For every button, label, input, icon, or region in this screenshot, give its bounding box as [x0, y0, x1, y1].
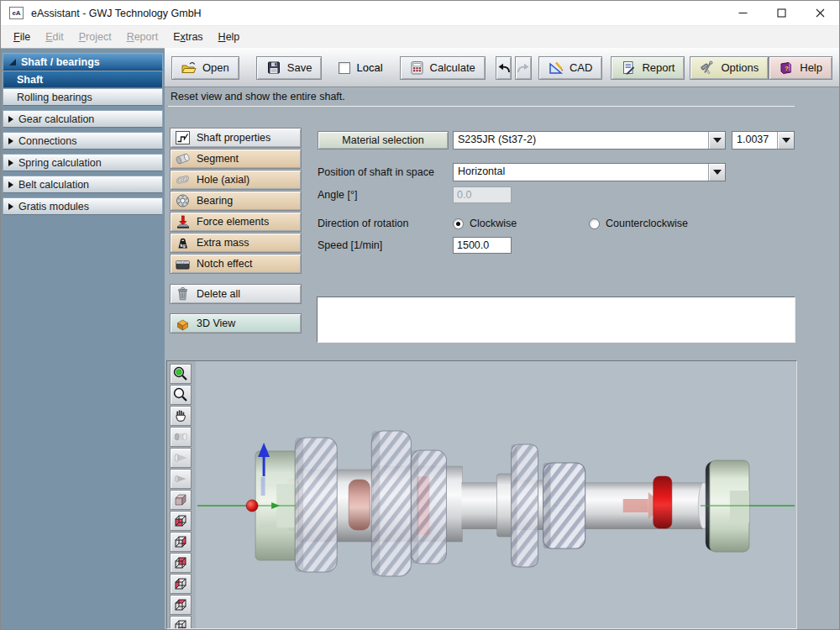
menu-file[interactable]: File — [6, 29, 38, 45]
cone-view-left-icon[interactable] — [170, 469, 192, 489]
help-book-icon: ? — [779, 60, 794, 75]
sidebar: Shaft / bearings Shaft Rolling bearings … — [1, 49, 165, 629]
collapsed-icon — [8, 138, 13, 144]
material-combobox[interactable]: S235JR (St37-2) — [453, 131, 726, 150]
redo-button — [515, 56, 532, 80]
clockwise-option[interactable]: Clockwise — [453, 218, 517, 229]
hole-axial-icon — [175, 172, 191, 187]
open-folder-icon — [181, 60, 197, 75]
report-icon — [621, 60, 636, 75]
app-icon: eA — [9, 7, 24, 19]
view-bottom-icon[interactable] — [170, 616, 192, 628]
force-arrow-icon — [175, 214, 191, 229]
sidebar-item-shaft[interactable]: Shaft — [3, 71, 163, 88]
material-selection-button[interactable]: Material selection — [318, 131, 449, 150]
calculator-icon — [410, 60, 424, 75]
speed-label: Speed [1/min] — [318, 239, 453, 251]
material-dropdown-button[interactable] — [708, 132, 725, 149]
maximize-button[interactable] — [762, 1, 801, 25]
local-checkbox[interactable] — [339, 62, 350, 74]
tool-panel: Shaft properties Segment Hole (axial) Be… — [170, 128, 302, 334]
sidebar-item-gear-calculation[interactable]: Gear calculation — [3, 110, 163, 128]
counterclockwise-radio[interactable] — [589, 218, 600, 229]
help-button[interactable]: ? Help — [769, 56, 832, 80]
status-text: Reset view and show the entire shaft. — [171, 91, 345, 102]
view-top-icon[interactable] — [170, 595, 192, 615]
menubar: File Edit Project Report Extras Help — [1, 26, 839, 48]
chevron-down-icon — [713, 170, 722, 175]
local-checkbox-group: Local — [339, 61, 382, 74]
3d-viewer — [166, 360, 797, 629]
calculate-button[interactable]: Calculate — [400, 56, 486, 80]
expanded-icon — [9, 59, 16, 66]
cad-button[interactable]: CAD — [538, 56, 602, 80]
minimize-button[interactable] — [723, 1, 762, 25]
pan-hand-icon[interactable] — [170, 406, 192, 426]
shaft-properties-icon — [175, 130, 191, 145]
bearing-icon — [175, 193, 191, 208]
material-number-dropdown-button[interactable] — [777, 132, 794, 149]
bearing-button[interactable]: Bearing — [170, 191, 302, 211]
cone-view-right-icon[interactable] — [170, 448, 192, 468]
close-button[interactable] — [801, 1, 839, 25]
speed-input[interactable] — [453, 237, 512, 254]
view-back-icon[interactable] — [170, 553, 192, 573]
sidebar-item-connections[interactable]: Connections — [3, 132, 163, 150]
segment-button[interactable]: Segment — [170, 149, 302, 169]
position-combobox[interactable]: Horizontal — [453, 163, 726, 181]
notch-effect-icon — [175, 256, 191, 271]
clockwise-radio[interactable] — [453, 218, 464, 229]
titlebar: eA eAssistant - GWJ Technology GmbH — [1, 1, 839, 26]
undo-button[interactable] — [496, 56, 512, 80]
force-elements-button[interactable]: Force elements — [170, 212, 302, 232]
collapsed-icon — [8, 181, 13, 188]
options-button[interactable]: Options — [690, 56, 769, 80]
minimize-icon — [738, 8, 748, 18]
view-right-icon[interactable] — [170, 532, 192, 552]
save-floppy-icon — [266, 60, 281, 75]
cylinder-view-icon[interactable] — [170, 427, 192, 447]
hole-axial-button[interactable]: Hole (axial) — [170, 170, 302, 190]
sidebar-item-shaft-bearings[interactable]: Shaft / bearings — [3, 53, 163, 71]
separator — [168, 106, 795, 107]
shaft-properties-button[interactable]: Shaft properties — [170, 128, 302, 148]
menu-help[interactable]: Help — [211, 29, 248, 45]
report-button[interactable]: Report — [611, 56, 685, 80]
maximize-icon — [777, 8, 786, 18]
chevron-down-icon — [713, 138, 722, 143]
save-button[interactable]: Save — [256, 56, 323, 80]
message-box — [317, 297, 795, 343]
angle-input — [453, 186, 512, 203]
viewer-toolbar — [167, 361, 196, 628]
undo-icon — [496, 62, 511, 74]
notch-effect-button[interactable]: Notch effect — [170, 254, 302, 274]
menu-extras[interactable]: Extras — [165, 29, 210, 45]
open-button[interactable]: Open — [171, 56, 239, 80]
window-title: eAssistant - GWJ Technology GmbH — [31, 8, 202, 19]
material-number-combobox[interactable]: 1.0037 — [732, 131, 795, 150]
position-dropdown-button[interactable] — [708, 164, 725, 181]
zoom-icon[interactable] — [170, 385, 192, 405]
3d-view-button[interactable]: 3D View — [170, 313, 302, 333]
sidebar-item-rolling-bearings[interactable]: Rolling bearings — [3, 88, 163, 106]
counterclockwise-option[interactable]: Counterclockwise — [589, 218, 688, 229]
collapsed-icon — [8, 203, 13, 210]
rotation-label: Direction of rotation — [318, 218, 453, 229]
sidebar-item-belt-calculation[interactable]: Belt calculation — [3, 176, 163, 193]
extra-mass-button[interactable]: kg Extra mass — [170, 233, 302, 253]
delete-all-button[interactable]: Delete all — [170, 284, 302, 304]
sidebar-item-spring-calculation[interactable]: Spring calculation — [3, 154, 163, 171]
view-left-icon[interactable] — [170, 574, 192, 594]
view-front-icon[interactable] — [170, 511, 192, 531]
trash-icon — [175, 286, 191, 302]
3d-shaft-render[interactable] — [196, 361, 796, 628]
extra-mass-weight-icon: kg — [175, 235, 191, 250]
isometric-view-icon[interactable] — [170, 490, 192, 510]
material-number-value: 1.0037 — [732, 132, 777, 149]
chevron-down-icon — [782, 138, 790, 143]
zoom-fit-icon[interactable] — [170, 364, 192, 384]
sidebar-item-gratis-modules[interactable]: Gratis modules — [3, 197, 163, 215]
toolbar: Open Save Local Calculate CAD — [171, 55, 832, 80]
position-label: Position of shaft in space — [318, 166, 453, 178]
options-tools-icon — [700, 60, 715, 75]
